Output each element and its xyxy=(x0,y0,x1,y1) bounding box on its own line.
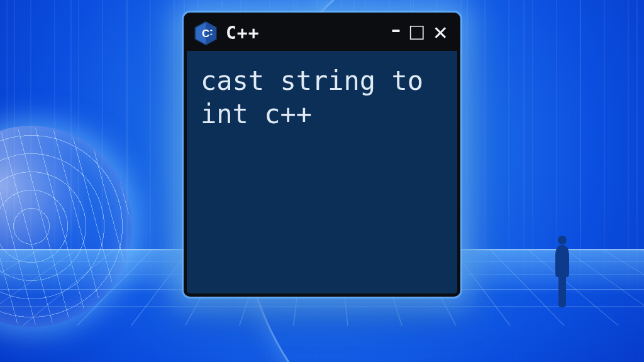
svg-text:C: C xyxy=(202,28,209,40)
cpp-hexagon-icon: C + + xyxy=(193,21,218,46)
svg-text:+: + xyxy=(210,28,213,33)
terminal-content: cast string to int c++ xyxy=(187,51,457,145)
app-title: C++ xyxy=(226,25,384,42)
titlebar[interactable]: C + + C++ – ☐ ✕ xyxy=(187,16,457,51)
terminal-window: C + + C++ – ☐ ✕ cast string to int c++ xyxy=(184,13,460,297)
standing-person-icon xyxy=(550,234,575,308)
window-minimize-icon[interactable]: – xyxy=(391,20,401,39)
svg-text:+: + xyxy=(210,32,213,36)
window-maximize-icon[interactable]: ☐ xyxy=(408,24,425,43)
window-controls: – ☐ ✕ xyxy=(391,24,448,43)
window-close-icon[interactable]: ✕ xyxy=(433,24,448,43)
background-scene: C + + C++ – ☐ ✕ cast string to int c++ xyxy=(0,0,644,362)
svg-point-0 xyxy=(558,236,567,244)
